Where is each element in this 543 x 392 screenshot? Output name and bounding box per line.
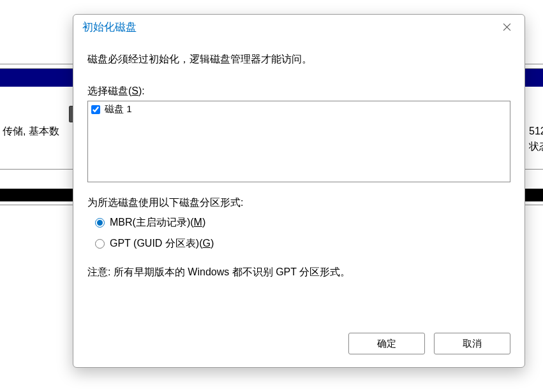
disk-checkbox[interactable]	[91, 105, 100, 114]
disk-list-item[interactable]: 磁盘 1	[91, 103, 507, 115]
intro-text: 磁盘必须经过初始化，逻辑磁盘管理器才能访问。	[87, 52, 510, 67]
dialog-titlebar: 初始化磁盘	[73, 15, 524, 40]
dialog-body: 磁盘必须经过初始化，逻辑磁盘管理器才能访问。 选择磁盘(S): 磁盘 1 为所选…	[73, 40, 524, 325]
list-label-suffix: ):	[138, 85, 145, 96]
close-icon	[503, 22, 511, 34]
dialog-footer: 确定 取消	[73, 325, 524, 367]
list-label-access: S	[131, 85, 138, 96]
partition-style-radio-group: MBR(主启动记录)(M) GPT (GUID 分区表)(G)	[95, 216, 510, 250]
radio-gpt-label: GPT (GUID 分区表)(G)	[110, 237, 214, 250]
list-label-prefix: 选择磁盘(	[87, 85, 131, 96]
disk-listbox[interactable]: 磁盘 1	[87, 101, 510, 182]
close-button[interactable]	[494, 17, 519, 38]
bg-right-text: 512 状态	[529, 124, 543, 154]
initialize-disk-dialog: 初始化磁盘 磁盘必须经过初始化，逻辑磁盘管理器才能访问。 选择磁盘(S): 磁盘…	[73, 14, 525, 368]
bg-left-text: 传储, 基本数	[0, 125, 64, 138]
partition-style-label: 为所选磁盘使用以下磁盘分区形式:	[87, 196, 510, 210]
dialog-title: 初始化磁盘	[82, 20, 494, 34]
radio-gpt[interactable]: GPT (GUID 分区表)(G)	[95, 237, 510, 250]
note-text: 注意: 所有早期版本的 Windows 都不识别 GPT 分区形式。	[87, 265, 510, 280]
radio-mbr-input[interactable]	[95, 218, 105, 228]
radio-gpt-input[interactable]	[95, 239, 105, 249]
radio-mbr-label: MBR(主启动记录)(M)	[110, 216, 205, 229]
select-disk-label: 选择磁盘(S):	[87, 85, 510, 98]
ok-button[interactable]: 确定	[348, 333, 425, 354]
disk-label: 磁盘 1	[105, 103, 132, 115]
radio-mbr[interactable]: MBR(主启动记录)(M)	[95, 216, 510, 229]
cancel-button[interactable]: 取消	[434, 333, 510, 354]
